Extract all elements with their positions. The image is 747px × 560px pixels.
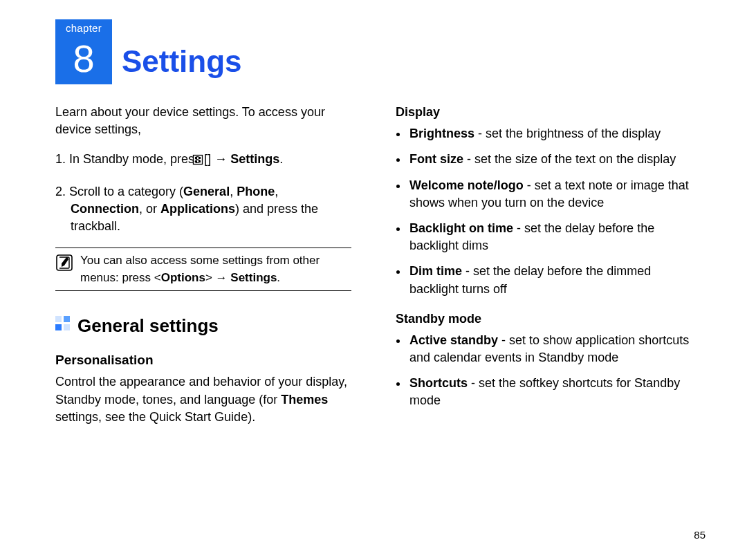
svg-rect-4 <box>199 160 201 162</box>
intro-text: Learn about your device settings. To acc… <box>55 104 351 138</box>
svg-rect-1 <box>195 157 197 159</box>
step2-b4: Applications <box>160 202 235 216</box>
chapter-title: Settings <box>122 40 242 83</box>
standby-heading: Standby mode <box>396 310 692 328</box>
bullet-bold: Backlight on time <box>409 221 513 235</box>
section-title: General settings <box>77 313 219 338</box>
svg-rect-2 <box>199 157 201 159</box>
note-block: You can also access some settings from o… <box>55 248 351 291</box>
step1-bold: Settings <box>230 152 279 166</box>
display-bullets: Brightness - set the brightness of the d… <box>396 125 692 298</box>
para-bold: Themes <box>281 393 328 407</box>
step2-b2: Phone <box>237 185 275 198</box>
svg-rect-3 <box>195 160 197 162</box>
standby-bullets: Active standby - set to show application… <box>396 332 692 410</box>
step2-b1: General <box>183 185 230 198</box>
list-item: Active standby - set to show application… <box>408 332 692 366</box>
section-squares-icon <box>55 316 71 336</box>
list-item: Shortcuts - set the softkey shortcuts fo… <box>408 375 692 409</box>
step-1: 1. In Standby mode, press [] → Settings. <box>55 151 351 170</box>
subsection-title: Personalisation <box>55 351 351 370</box>
step1-suffix: . <box>279 152 283 166</box>
display-heading: Display <box>396 104 692 121</box>
list-item: Brightness - set the brightness of the d… <box>408 125 692 142</box>
note-b1: Options <box>161 271 205 284</box>
svg-rect-9 <box>64 324 70 330</box>
left-column: Learn about your device settings. To acc… <box>55 104 351 438</box>
step1-bracket-close: ] <box>208 152 214 166</box>
step2-c3: , or <box>139 202 160 216</box>
list-item: Welcome note/logo - set a text note or i… <box>408 177 692 212</box>
svg-rect-7 <box>64 316 70 322</box>
bullet-bold: Font size <box>409 152 463 166</box>
bullet-bold: Active standby <box>409 333 498 347</box>
svg-rect-6 <box>55 316 62 322</box>
list-item: Font size - set the size of the text on … <box>408 151 692 168</box>
step2-b3: Connection <box>71 202 139 216</box>
right-column: Display Brightness - set the brightness … <box>396 104 692 438</box>
chapter-number: 8 <box>55 39 112 78</box>
subsection-para: Control the appearance and behavior of y… <box>55 373 351 426</box>
svg-rect-0 <box>194 156 203 165</box>
step1-prefix: 1. In Standby mode, press [ <box>55 152 208 166</box>
svg-rect-8 <box>55 324 62 330</box>
list-item: Dim time - set the delay before the dimm… <box>408 263 692 297</box>
bullet-text: - set the size of the text on the displa… <box>463 152 676 166</box>
note-suffix: . <box>277 271 280 284</box>
note-text: You can also access some settings from o… <box>80 252 351 286</box>
page-number: 85 <box>694 528 706 542</box>
bullet-bold: Welcome note/logo <box>409 178 524 192</box>
note-mid: > → <box>205 271 230 284</box>
para-suffix: settings, see the Quick Start Guide). <box>55 410 255 424</box>
columns: Learn about your device settings. To acc… <box>55 104 692 438</box>
section-heading: General settings <box>55 313 351 338</box>
step2-prefix: 2. Scroll to a category ( <box>55 185 183 198</box>
chapter-block: chapter 8 <box>55 19 112 84</box>
step-2: 2. Scroll to a category (General, Phone,… <box>55 183 351 236</box>
step2-c1: , <box>230 185 237 198</box>
chapter-label: chapter <box>55 21 112 35</box>
note-icon <box>55 254 73 286</box>
bullet-bold: Shortcuts <box>409 376 468 390</box>
bullet-bold: Dim time <box>409 264 462 278</box>
bullet-text: - set the brightness of the display <box>474 127 661 140</box>
page: chapter 8 Settings Learn about your devi… <box>0 0 747 560</box>
step2-c2: , <box>275 185 278 198</box>
list-item: Backlight on time - set the delay before… <box>408 220 692 254</box>
step1-arrow: → <box>214 152 227 166</box>
note-b2: Settings <box>230 271 277 284</box>
bullet-bold: Brightness <box>409 127 474 140</box>
